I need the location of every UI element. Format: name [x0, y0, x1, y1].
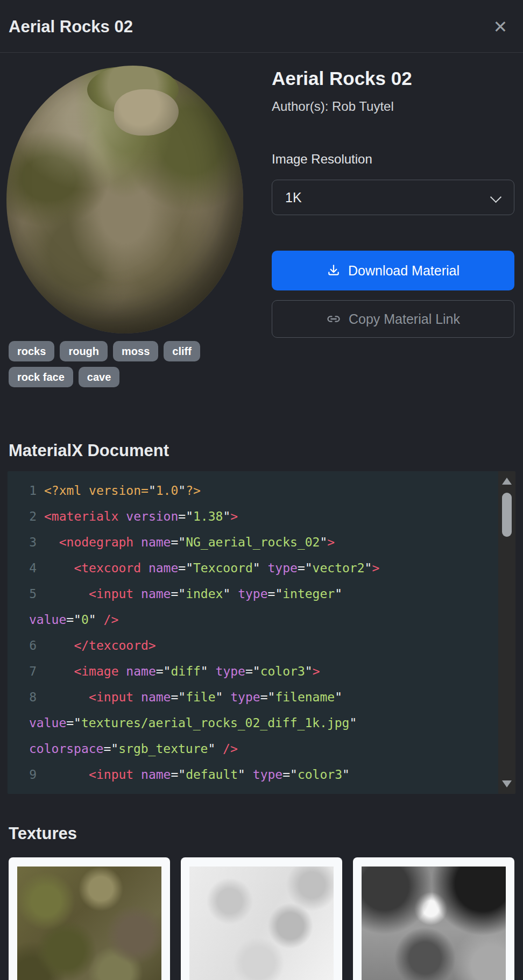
line-number: 3 [13, 529, 44, 555]
line-number: 5 [13, 581, 44, 607]
materialx-heading: MaterialX Document [0, 441, 523, 460]
code-text: <image name="diff" type="color3"> [44, 658, 320, 684]
code-text: <input name="file" type="filename" [44, 684, 342, 710]
texture-card[interactable] [9, 857, 170, 980]
code-scrollbar[interactable] [498, 471, 515, 794]
code-text: value="textures/aerial_rocks_02_diff_1k.… [29, 710, 357, 736]
line-number [13, 787, 29, 794]
line-number [13, 736, 29, 762]
code-text: <materialx version="1.38"> [44, 503, 238, 529]
code-line: 3 <nodegraph name="NG_aerial_rocks_02"> [13, 529, 492, 555]
preview-column: rocksroughmosscliffrock facecave [9, 53, 263, 387]
code-text: <texcoord name="Texcoord" type="vector2"… [44, 555, 379, 581]
code-line: 9 <input name="default" type="color3" [13, 762, 492, 787]
download-material-button[interactable]: Download Material [272, 251, 514, 290]
chevron-down-icon [490, 191, 501, 203]
material-title: Aerial Rocks 02 [272, 68, 514, 89]
line-number: 4 [13, 555, 44, 581]
texture-card[interactable] [181, 857, 342, 980]
resolution-select[interactable]: 1K [272, 180, 514, 215]
scrollbar-thumb[interactable] [502, 493, 512, 537]
code-line-wrapped: colorspace="srgb_texture" /> [13, 736, 492, 762]
textures-heading: Textures [0, 824, 523, 843]
code-text: </texcoord> [44, 633, 156, 658]
resolution-value: 1K [285, 190, 302, 205]
code-text: <input name="index" type="integer" [44, 581, 342, 607]
code-line: 5 <input name="index" type="integer" [13, 581, 492, 607]
tag-pill[interactable]: rocks [9, 341, 54, 361]
scroll-down-arrow-icon[interactable] [502, 780, 512, 787]
code-text: <?xml version="1.0"?> [44, 478, 201, 503]
line-number: 7 [13, 658, 44, 684]
materialx-code-block: 1<?xml version="1.0"?>2<materialx versio… [8, 471, 515, 794]
close-button[interactable]: ✕ [490, 16, 511, 38]
code-line: 6 </texcoord> [13, 633, 492, 658]
code-line: 2<materialx version="1.38"> [13, 503, 492, 529]
details-column: Aerial Rocks 02 Author(s): Rob Tuytel Im… [272, 53, 514, 387]
material-dialog: Aerial Rocks 02 ✕ rocksroughmosscliffroc… [0, 0, 523, 980]
copy-material-link-button[interactable]: Copy Material Link [272, 300, 514, 338]
download-icon [327, 264, 341, 278]
code-line: 7 <image name="diff" type="color3"> [13, 658, 492, 684]
code-text: value="0.2, 0.1, 0.1" / [29, 787, 201, 794]
tag-list: rocksroughmosscliffrock facecave [9, 341, 262, 387]
texture-card[interactable] [353, 857, 514, 980]
tag-pill[interactable]: cliff [164, 341, 200, 361]
material-preview [9, 53, 252, 335]
line-number: 9 [13, 762, 44, 787]
close-icon: ✕ [493, 18, 508, 35]
code-text: value="0" /> [29, 607, 118, 633]
code-text: <input name="default" type="color3" [44, 762, 350, 787]
code-text: colorspace="srgb_texture" /> [29, 736, 238, 762]
tag-pill[interactable]: rough [60, 341, 108, 361]
line-number: 8 [13, 684, 44, 710]
line-number: 1 [13, 478, 44, 503]
copy-link-label: Copy Material Link [349, 311, 460, 327]
code-line: 1<?xml version="1.0"?> [13, 478, 492, 503]
resolution-label: Image Resolution [272, 152, 514, 167]
code-line-wrapped: value="textures/aerial_rocks_02_diff_1k.… [13, 710, 492, 736]
scroll-up-arrow-icon[interactable] [502, 478, 512, 485]
material-author: Author(s): Rob Tuytel [272, 99, 514, 114]
rock-sphere-render [6, 67, 243, 333]
displacement-texture-thumbnail [362, 867, 506, 980]
code-text: <nodegraph name="NG_aerial_rocks_02"> [44, 529, 335, 555]
link-icon [326, 311, 341, 326]
dialog-header: Aerial Rocks 02 ✕ [0, 0, 523, 53]
diffuse-texture-thumbnail [17, 867, 161, 980]
material-overview: rocksroughmosscliffrock facecave Aerial … [0, 53, 523, 387]
code-lines: 1<?xml version="1.0"?>2<materialx versio… [8, 471, 515, 794]
line-number [13, 710, 29, 736]
tag-pill[interactable]: rock face [9, 367, 73, 387]
code-line-wrapped: value="0.2, 0.1, 0.1" / [13, 787, 492, 794]
line-number [13, 607, 29, 633]
code-line: 8 <input name="file" type="filename" [13, 684, 492, 710]
code-line-wrapped: value="0" /> [13, 607, 492, 633]
code-line: 4 <texcoord name="Texcoord" type="vector… [13, 555, 492, 581]
download-label: Download Material [348, 263, 460, 279]
line-number: 6 [13, 633, 44, 658]
roughness-texture-thumbnail [189, 867, 334, 980]
texture-cards [0, 857, 523, 980]
tag-pill[interactable]: moss [113, 341, 158, 361]
line-number: 2 [13, 503, 44, 529]
tag-pill[interactable]: cave [79, 367, 120, 387]
dialog-title: Aerial Rocks 02 [9, 17, 133, 37]
